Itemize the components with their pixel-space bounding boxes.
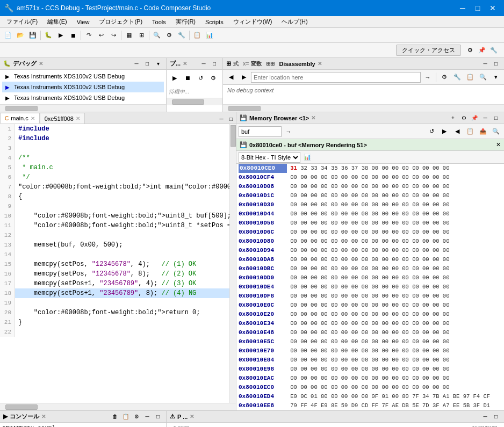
tb-save[interactable]: 💾 (27, 30, 39, 41)
disasm-go-btn[interactable]: → (422, 71, 434, 83)
disasm-btn-4[interactable]: 🔍 (477, 71, 489, 83)
menu-file[interactable]: ファイル(F) (2, 17, 42, 27)
console-copy-btn[interactable]: 📋 (121, 412, 131, 422)
debug-min-btn[interactable]: ─ (132, 59, 141, 69)
close-button[interactable]: ✕ (486, 1, 500, 15)
memory-add-btn[interactable]: + (448, 113, 458, 123)
debug-menu-btn[interactable]: ▾ (153, 59, 163, 69)
menu-window[interactable]: ウィンドウ(W) (229, 17, 277, 27)
tb-more-1[interactable]: 🔍 (151, 30, 163, 41)
menu-help[interactable]: ヘルプ(H) (277, 17, 312, 27)
memory-go-btn[interactable]: → (283, 126, 294, 137)
qa-btn-2[interactable]: 📌 (476, 45, 488, 56)
tb-run[interactable]: ▶ (55, 30, 67, 41)
program-min-btn[interactable]: ─ (199, 59, 208, 69)
memory-max-btn[interactable]: □ (491, 113, 501, 123)
program-scroll-thumb[interactable] (172, 99, 204, 105)
prog-btn-2[interactable]: ⏹ (182, 72, 193, 84)
menu-view[interactable]: View (73, 18, 94, 26)
debug-item-2[interactable]: ▶ Texas Instruments XDS100v2 USB Debug (2, 92, 164, 103)
memory-cfg-btn[interactable]: ⚙ (459, 113, 469, 123)
disasm-btn-3[interactable]: 📋 (464, 71, 476, 83)
menu-run[interactable]: 実行(R) (171, 17, 200, 27)
tb-step-over[interactable]: ↷ (83, 30, 95, 41)
quick-access-button[interactable]: クイック・アクセス (396, 45, 461, 56)
tb-debug[interactable]: 🐛 (42, 30, 54, 41)
memory-copy-btn[interactable]: 📋 (464, 126, 476, 137)
format-chart-btn[interactable]: 📊 (301, 151, 313, 163)
memory-prev-btn[interactable]: ◀ (451, 126, 463, 137)
disasm-fwd-btn[interactable]: ▶ (238, 71, 250, 83)
editor-scroll-thumb[interactable] (5, 404, 38, 410)
editor-min-btn[interactable]: ─ (217, 114, 226, 124)
console-close-icon[interactable]: ✕ (41, 414, 46, 419)
editor-vscroll[interactable] (229, 124, 236, 403)
problems-close-icon[interactable]: ✕ (190, 414, 194, 419)
disassembly-min-btn[interactable]: ─ (480, 59, 490, 69)
tb-more-5[interactable]: 📊 (204, 30, 215, 41)
editor-tab-main-c[interactable]: C main.c ✕ (0, 113, 40, 124)
menu-scripts[interactable]: Scripts (201, 18, 228, 26)
console-cfg-btn[interactable]: ⚙ (132, 412, 141, 422)
disasm-btn-2[interactable]: 🔧 (451, 71, 463, 83)
prog-btn-4[interactable]: ⚙ (207, 72, 219, 84)
problems-min-btn[interactable]: ─ (480, 412, 490, 422)
minimize-button[interactable]: ─ (456, 1, 470, 15)
problems-max-btn[interactable]: □ (491, 412, 501, 422)
prog-btn-3[interactable]: ↺ (195, 72, 206, 84)
memory-addr-input[interactable] (239, 126, 282, 137)
editor-max-btn[interactable]: □ (226, 114, 236, 124)
memory-search-btn[interactable]: 🔍 (490, 126, 502, 137)
rendering-close-btn[interactable]: ✕ (496, 141, 501, 148)
console-min-btn[interactable]: ─ (142, 412, 152, 422)
editor-tab-addr[interactable]: 0xe51ff008 ✕ (40, 113, 85, 124)
tb-step-out[interactable]: ↪ (107, 30, 119, 41)
console-clear-btn[interactable]: 🗑 (110, 412, 120, 422)
disasm-btn-5[interactable]: ▾ (490, 71, 502, 83)
code-area[interactable]: 1#include 2#include 34/**5 * main.c6 */7… (0, 124, 229, 403)
debug-item-0[interactable]: ▶ Texas Instruments XDS100v2 USB Debug (2, 71, 164, 82)
tb-more-4[interactable]: 📋 (191, 30, 203, 41)
tb-new[interactable]: 📄 (2, 30, 14, 41)
memory-export-btn[interactable]: 📤 (477, 126, 489, 137)
main-c-close[interactable]: ✕ (31, 115, 35, 121)
format-select[interactable]: 8-Bit Hex - TI Style 16-Bit Hex 32-Bit H… (239, 152, 300, 163)
tb-more-3[interactable]: 🔧 (176, 30, 188, 41)
disasm-back-btn[interactable]: ◀ (225, 71, 237, 83)
tb-step-into[interactable]: ↩ (95, 30, 107, 41)
tb-more-2[interactable]: ⚙ (163, 30, 175, 41)
editor-hscroll[interactable] (0, 403, 236, 410)
tb-grid[interactable]: ▦ (123, 30, 135, 41)
disasm-btn-1[interactable]: ⚙ (438, 71, 450, 83)
disasm-hscroll[interactable] (223, 104, 504, 112)
menu-project[interactable]: プロジェクト(P) (95, 17, 147, 27)
debug-item-1[interactable]: ▶ Texas Instruments XDS100v2 USB Debug (2, 82, 164, 92)
maximize-button[interactable]: □ (471, 1, 485, 15)
menu-tools[interactable]: Tools (148, 18, 170, 26)
console-max-btn[interactable]: □ (153, 412, 163, 422)
location-input[interactable] (251, 72, 421, 83)
program-hscroll[interactable] (167, 98, 222, 105)
tb-layout[interactable]: ⊞ (135, 30, 147, 41)
qa-btn-1[interactable]: ⚙ (464, 45, 476, 56)
program-close-icon[interactable]: ✕ (183, 61, 187, 67)
debug-scroll-thumb[interactable] (5, 106, 38, 111)
tb-stop[interactable]: ⏹ (67, 30, 79, 41)
editor-vscroll-thumb[interactable] (231, 125, 236, 147)
menu-edit[interactable]: 編集(E) (43, 17, 71, 27)
debug-max-btn[interactable]: □ (142, 59, 152, 69)
qa-btn-3[interactable]: 🔧 (488, 45, 500, 56)
memory-next-btn[interactable]: ▶ (438, 126, 450, 137)
memory-pin-btn[interactable]: 📌 (470, 113, 479, 123)
debug-close-icon[interactable]: ✕ (39, 61, 43, 67)
disassembly-close-icon[interactable]: ✕ (318, 61, 322, 67)
debug-hscroll[interactable] (0, 104, 166, 112)
memory-min-btn[interactable]: ─ (480, 113, 490, 123)
program-max-btn[interactable]: □ (210, 59, 219, 69)
memory-refresh-btn[interactable]: ↺ (426, 126, 437, 137)
disassembly-max-btn[interactable]: □ (491, 59, 501, 69)
console-content[interactable]: IDKAM571x.ccxmlCortexA15_0: GEL Output: … (0, 423, 166, 427)
addr-tab-close[interactable]: ✕ (76, 115, 80, 121)
prog-btn-1[interactable]: ▶ (169, 72, 181, 84)
memory-close-icon[interactable]: ✕ (311, 115, 315, 121)
